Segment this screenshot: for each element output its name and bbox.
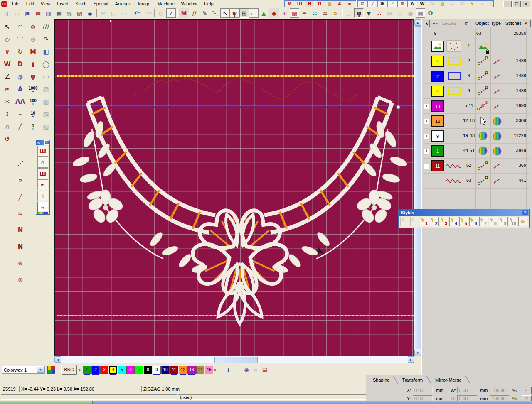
menu-insert[interactable]: Insert — [54, 0, 72, 7]
undo[interactable]: ↶▾ — [132, 8, 143, 18]
parallel-weave-tool[interactable]: /// — [39, 21, 52, 33]
radial-circle-tool[interactable]: ⊗ — [14, 272, 27, 288]
insert-design[interactable]: ▤ — [33, 8, 43, 18]
object-row-5-11[interactable]: +135-111690 — [423, 98, 530, 114]
menu-file[interactable]: File — [9, 0, 23, 7]
pin-stitch[interactable]: ▼ — [364, 8, 374, 18]
color-flow[interactable]: ≈ — [37, 202, 48, 214]
color-swatch-8[interactable]: 8 — [144, 366, 152, 374]
reshape-object-tool[interactable]: ◠ — [14, 21, 27, 33]
fork-needle-tool[interactable]: ψ — [27, 71, 39, 83]
object-row-44-61[interactable]: +144-613849 — [423, 143, 530, 159]
object-row-3[interactable]: 231488 — [423, 69, 530, 84]
tab-mirror-merge[interactable]: Mirror-Merge — [431, 376, 470, 384]
manual-stitch-type[interactable]: W — [417, 1, 427, 7]
object-thumbnail[interactable] — [446, 175, 462, 186]
grid-toggle[interactable]: ⊞ — [239, 8, 249, 18]
swatch-scroll-left-icon[interactable]: ◀ — [77, 366, 81, 374]
style-1[interactable]: ϟ1 — [420, 217, 429, 226]
color-swatch[interactable]: 2 — [431, 71, 444, 82]
style-4[interactable]: ϟ4 — [449, 217, 458, 226]
dome-nodes-tool[interactable]: ⌢ — [14, 108, 27, 120]
w-scale-field[interactable] — [490, 387, 509, 393]
type-icon-cell[interactable] — [490, 87, 504, 96]
fancy-fill-type[interactable]: ▩ — [325, 1, 335, 7]
color-swatch-14[interactable]: 14 — [196, 366, 204, 374]
color-swatch-9[interactable]: 9 — [153, 366, 161, 374]
color-swatch[interactable]: 4 — [431, 56, 444, 67]
object-row-62[interactable]: −1162369 — [423, 158, 530, 174]
object-icon-cell[interactable] — [476, 116, 490, 126]
zoom-1-preset[interactable]: 1↔ — [27, 120, 39, 133]
pattern-satin-2[interactable]: ∩ — [37, 157, 48, 168]
penetration-needle[interactable]: ψ — [230, 8, 239, 18]
object-icon-cell[interactable] — [476, 71, 490, 81]
color-swatch[interactable]: 1 — [431, 145, 444, 157]
expander-icon[interactable]: + — [424, 149, 429, 154]
pointer-mode[interactable]: ↖ — [220, 8, 230, 18]
export-design[interactable]: ▥ — [43, 8, 54, 18]
menu-help[interactable]: Help — [201, 0, 217, 7]
rotate-tool[interactable]: ↻ — [14, 46, 27, 58]
object-icon-cell[interactable] — [476, 56, 490, 66]
fancy-rays-type[interactable]: ⋰ — [367, 1, 377, 7]
texture-tool-a[interactable]: ▧ — [39, 108, 52, 120]
write-to-machine[interactable]: ◈ — [85, 8, 95, 18]
undo-dropdown-icon[interactable]: ▾ — [139, 12, 141, 15]
color-swatch-11[interactable]: 11 — [170, 366, 178, 374]
color-swatch[interactable]: 13 — [431, 100, 444, 112]
color-swatch-4[interactable]: 4 — [109, 366, 117, 374]
ellipse-rotate-tool[interactable]: ↺ — [1, 133, 14, 145]
menu-window[interactable]: Window — [178, 0, 201, 7]
wave-fill-type[interactable]: ≈ — [345, 1, 355, 7]
travel-by-run[interactable]: ∴ — [374, 8, 384, 18]
object-icon-cell[interactable] — [476, 86, 490, 96]
style-2[interactable]: ϟ2 — [430, 217, 439, 226]
grid-x-fill-type[interactable]: ⊠ — [397, 1, 407, 7]
star-select[interactable]: ☆ — [37, 191, 48, 201]
color-swatch[interactable]: 9 — [431, 130, 444, 142]
color-swatch-1[interactable]: 1 — [83, 366, 91, 374]
color-swatch-7[interactable]: 7 — [135, 366, 143, 374]
w-field[interactable] — [457, 387, 477, 393]
print-design[interactable]: ▦ — [54, 8, 64, 18]
hoop-toggle[interactable]: ▭ — [249, 8, 259, 18]
style-6[interactable]: ϟ6 — [469, 217, 478, 226]
object-thumbnail[interactable] — [446, 160, 462, 171]
vertical-scroll-thumb[interactable] — [415, 26, 421, 349]
panel-close-icon[interactable]: × — [521, 20, 531, 27]
style-3[interactable]: ϟ3 — [440, 217, 449, 226]
color-swatch[interactable]: 12 — [431, 115, 444, 127]
e-stitch-type[interactable]: Ш — [295, 1, 305, 7]
type-icon-cell[interactable] — [490, 57, 504, 66]
type-icon-cell[interactable] — [490, 117, 504, 126]
background-color-button[interactable]: BKG — [61, 365, 77, 375]
thread-colors[interactable]: ≡ — [299, 8, 310, 18]
polygon-select-tool[interactable]: ◇ — [1, 33, 14, 46]
zoom-100-preset[interactable]: 100↔ — [27, 95, 39, 108]
hatch-pattern[interactable]: ≈ — [320, 8, 330, 18]
pattern-palette-close-icon[interactable]: × — [44, 140, 49, 145]
contour-lines-type[interactable]: ≡ — [447, 1, 457, 7]
object-icon-cell[interactable] — [476, 176, 490, 186]
satin-column-tool[interactable]: M — [27, 46, 39, 58]
object-icon-cell[interactable] — [476, 131, 490, 141]
arrow-run-tool[interactable]: » — [14, 172, 27, 189]
new-design[interactable]: ▯ — [2, 8, 12, 18]
paste[interactable]: ▭ — [119, 8, 129, 18]
leather-hoop[interactable]: Ω — [425, 8, 436, 18]
satin-swoosh[interactable]: ≈ — [37, 179, 48, 190]
reshape-nodes-tool[interactable]: ⌒ — [14, 33, 27, 46]
image-tulip[interactable]: ⊛ — [279, 8, 290, 18]
chevron-down-icon[interactable]: ▼ — [37, 367, 44, 373]
quick-style-bolt[interactable]: ϟ — [467, 1, 477, 7]
add-color[interactable]: + — [224, 365, 233, 375]
pattern-satin-1[interactable]: Ш — [37, 146, 48, 157]
palette-editor-icon[interactable] — [47, 366, 55, 374]
type-icon-cell[interactable] — [490, 147, 504, 156]
ellipse-tool[interactable]: ◯ — [39, 58, 52, 71]
colorway-select[interactable]: Colorway 1 ▼ — [2, 366, 45, 374]
paired-figures-tool[interactable]: ΛΛ — [14, 95, 27, 108]
object-row-4[interactable]: 441488 — [423, 83, 530, 99]
open-design[interactable]: ▱ — [12, 8, 22, 18]
